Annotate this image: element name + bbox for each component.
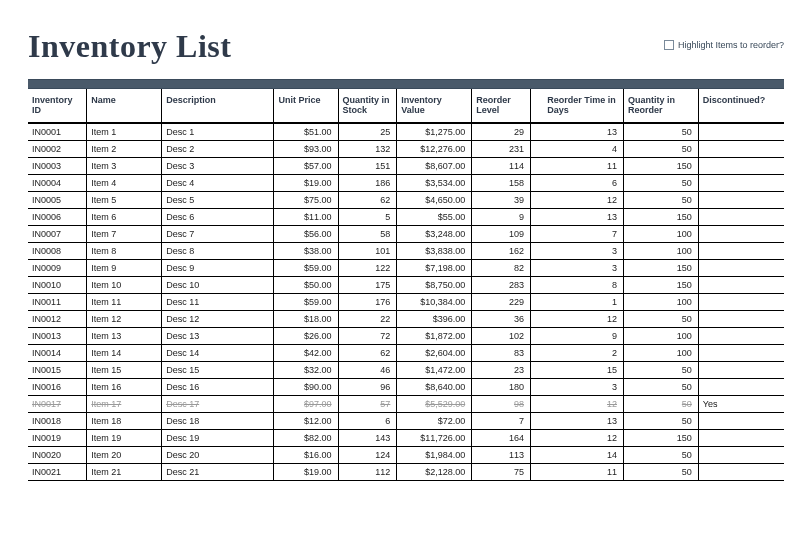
col-name: Name [87,89,162,123]
table-header-row: Inventory ID Name Description Unit Price… [28,89,784,123]
col-qty-stock: Quantity in Stock [338,89,397,123]
cell-id: IN0006 [28,208,87,225]
cell-qty: 5 [338,208,397,225]
cell-reord: 162 [472,242,531,259]
table-row: IN0015Item 15Desc 15$32.0046$1,472.00231… [28,361,784,378]
highlight-reorder-checkbox[interactable]: Highlight Items to reorder? [664,40,784,50]
cell-reord: 83 [472,344,531,361]
cell-name: Item 4 [87,174,162,191]
cell-rtime: 1 [543,293,623,310]
table-row: IN0017Item 17Desc 17$97.0057$5,529.00981… [28,395,784,412]
cell-gap [531,361,544,378]
cell-qty: 122 [338,259,397,276]
cell-rtime: 13 [543,208,623,225]
cell-reord: 39 [472,191,531,208]
cell-gap [531,123,544,141]
cell-qre: 50 [624,140,699,157]
cell-gap [531,344,544,361]
cell-disc [698,225,784,242]
cell-qre: 50 [624,378,699,395]
cell-val: $8,607.00 [397,157,472,174]
cell-name: Item 9 [87,259,162,276]
cell-rtime: 4 [543,140,623,157]
cell-val: $11,726.00 [397,429,472,446]
cell-id: IN0002 [28,140,87,157]
table-row: IN0003Item 3Desc 3$57.00151$8,607.001141… [28,157,784,174]
cell-qre: 150 [624,276,699,293]
cell-val: $12,276.00 [397,140,472,157]
cell-name: Item 17 [87,395,162,412]
cell-desc: Desc 12 [162,310,274,327]
cell-price: $12.00 [274,412,338,429]
cell-qre: 50 [624,123,699,141]
cell-val: $396.00 [397,310,472,327]
cell-gap [531,174,544,191]
cell-val: $1,984.00 [397,446,472,463]
cell-rtime: 6 [543,174,623,191]
cell-price: $75.00 [274,191,338,208]
cell-qre: 150 [624,259,699,276]
cell-reord: 36 [472,310,531,327]
cell-qre: 100 [624,293,699,310]
cell-id: IN0009 [28,259,87,276]
cell-price: $18.00 [274,310,338,327]
col-qty-reorder: Quantity in Reorder [624,89,699,123]
cell-reord: 114 [472,157,531,174]
cell-gap [531,412,544,429]
cell-id: IN0012 [28,310,87,327]
cell-desc: Desc 18 [162,412,274,429]
cell-disc [698,140,784,157]
table-row: IN0006Item 6Desc 6$11.005$55.00913150 [28,208,784,225]
cell-reord: 231 [472,140,531,157]
cell-name: Item 2 [87,140,162,157]
cell-gap [531,242,544,259]
cell-id: IN0005 [28,191,87,208]
cell-qty: 46 [338,361,397,378]
cell-price: $50.00 [274,276,338,293]
cell-qre: 50 [624,446,699,463]
cell-reord: 180 [472,378,531,395]
cell-gap [531,310,544,327]
cell-gap [531,395,544,412]
cell-desc: Desc 1 [162,123,274,141]
cell-rtime: 3 [543,259,623,276]
cell-qre: 150 [624,208,699,225]
cell-disc [698,191,784,208]
cell-rtime: 13 [543,412,623,429]
cell-gap [531,446,544,463]
cell-qty: 151 [338,157,397,174]
cell-disc [698,344,784,361]
cell-rtime: 11 [543,463,623,480]
cell-qre: 100 [624,242,699,259]
cell-reord: 98 [472,395,531,412]
cell-val: $1,472.00 [397,361,472,378]
cell-qty: 25 [338,123,397,141]
cell-desc: Desc 13 [162,327,274,344]
cell-val: $2,604.00 [397,344,472,361]
cell-price: $19.00 [274,463,338,480]
cell-price: $42.00 [274,344,338,361]
cell-name: Item 15 [87,361,162,378]
cell-gap [531,259,544,276]
cell-disc: Yes [698,395,784,412]
cell-qty: 62 [338,191,397,208]
cell-val: $7,198.00 [397,259,472,276]
cell-qty: 96 [338,378,397,395]
cell-rtime: 2 [543,344,623,361]
cell-desc: Desc 4 [162,174,274,191]
cell-rtime: 14 [543,446,623,463]
cell-name: Item 8 [87,242,162,259]
cell-val: $3,838.00 [397,242,472,259]
cell-desc: Desc 19 [162,429,274,446]
cell-val: $1,275.00 [397,123,472,141]
cell-rtime: 3 [543,242,623,259]
cell-disc [698,463,784,480]
col-inventory-id: Inventory ID [28,89,87,123]
cell-price: $51.00 [274,123,338,141]
cell-disc [698,412,784,429]
cell-desc: Desc 9 [162,259,274,276]
cell-id: IN0001 [28,123,87,141]
cell-reord: 9 [472,208,531,225]
cell-qty: 62 [338,344,397,361]
page-title: Inventory List [28,28,231,65]
